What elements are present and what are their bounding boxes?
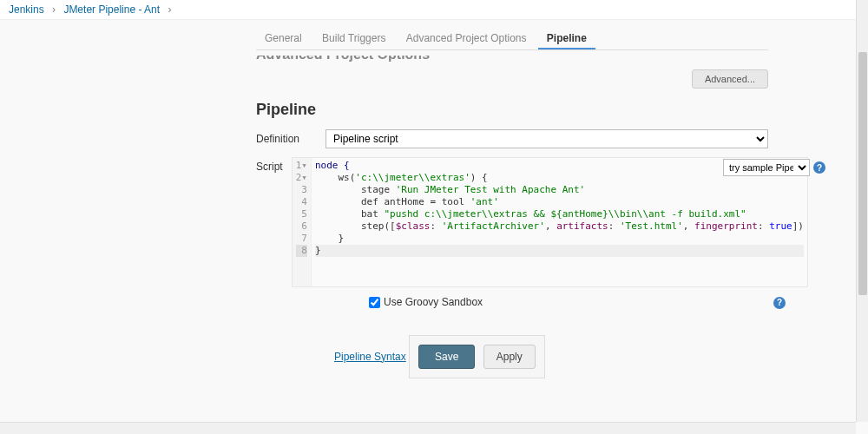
sample-pipeline-select[interactable]: try sample Pipeline... [723,159,810,176]
editor-code[interactable]: node { ws('c:\\jmeter\\extras') { stage … [312,158,807,286]
breadcrumb-item-jenkins[interactable]: Jenkins [9,3,44,16]
sandbox-checkbox[interactable] [369,297,380,308]
save-button[interactable]: Save [418,345,475,369]
tab-pipeline[interactable]: Pipeline [538,29,595,49]
apply-button[interactable]: Apply [483,345,536,369]
previous-section-title: Advanced Project Options [256,56,768,64]
scrollbar-thumb[interactable] [858,52,867,295]
help-icon[interactable]: ? [813,161,825,174]
bottom-bar: Save Apply [409,335,545,378]
tab-advanced[interactable]: Advanced Project Options [398,29,536,48]
advanced-button[interactable]: Advanced... [692,69,768,89]
chevron-right-icon: › [52,3,56,16]
section-title: Pipeline [256,101,768,119]
definition-label: Definition [256,129,326,145]
definition-select[interactable]: Pipeline script [326,129,768,148]
tab-general[interactable]: General [256,29,311,48]
breadcrumb: Jenkins › JMeter Pipeline - Ant › [0,0,868,20]
chevron-right-icon: › [168,3,171,16]
pipeline-syntax-link[interactable]: Pipeline Syntax [334,351,406,363]
script-editor[interactable]: 1▾2▾3 4 5 6 7 8 node { ws('c:\\jmeter\\e… [292,157,808,287]
config-tabs: General Build Triggers Advanced Project … [256,29,768,50]
editor-gutter: 1▾2▾3 4 5 6 7 8 [293,158,312,286]
script-label: Script [256,157,292,287]
help-icon[interactable]: ? [773,297,786,309]
breadcrumb-item-project[interactable]: JMeter Pipeline - Ant [63,3,160,16]
tab-build-triggers[interactable]: Build Triggers [313,29,394,48]
vertical-scrollbar[interactable] [856,0,868,387]
sandbox-label: Use Groovy Sandbox [384,296,483,308]
